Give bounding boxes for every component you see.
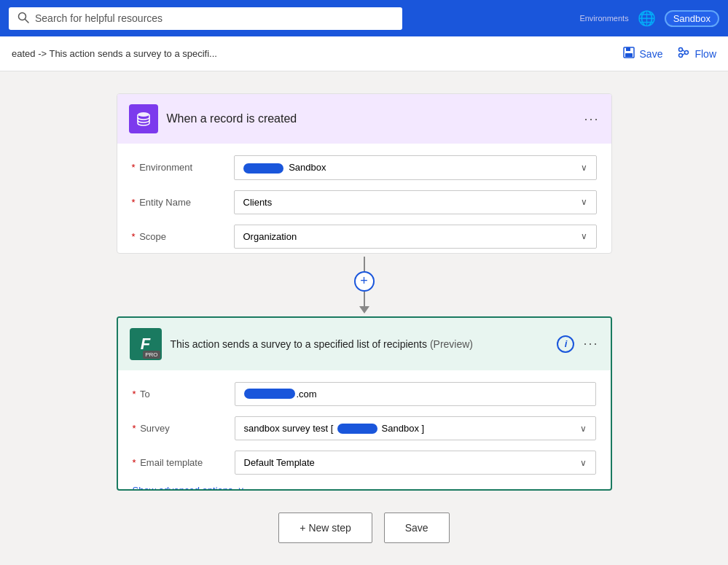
scope-value: Organization (243, 231, 297, 242)
svg-point-6 (685, 50, 689, 54)
sandbox-badge[interactable]: Sandbox (665, 10, 719, 27)
action-ellipsis-button[interactable]: ··· (583, 336, 598, 351)
survey-value: sandbox survey test [ Sandbox ] (244, 423, 425, 435)
connector-line-bottom (364, 292, 365, 306)
environment-required-star: * (132, 162, 136, 173)
email-template-value: Default Template (244, 457, 315, 468)
action-body: * To .com * Survey sandbox survey test [ (118, 370, 611, 491)
svg-rect-4 (625, 53, 633, 57)
environment-select[interactable]: Sandbox ∨ (234, 155, 597, 180)
survey-label: * Survey (133, 423, 235, 434)
action-card: F PRO This action sends a survey to a sp… (117, 316, 612, 491)
email-template-select[interactable]: Default Template ∨ (235, 451, 596, 475)
show-advanced-button[interactable]: Show advanced options ∨ (133, 485, 245, 491)
connector-arrow-icon (359, 306, 369, 313)
advanced-chevron-icon: ∨ (238, 485, 245, 491)
entity-value: Clients (243, 197, 273, 208)
trigger-ellipsis-icon: ··· (584, 112, 599, 126)
trigger-header-left: When a record is created (129, 104, 297, 133)
environment-label: * Environment (132, 162, 234, 173)
action-bar-right: Save Flow (622, 46, 716, 62)
environment-field-row: * Environment Sandbox ∨ (132, 155, 597, 180)
new-step-button[interactable]: + New step (278, 513, 372, 543)
save-button[interactable]: Save (622, 46, 663, 62)
svg-line-1 (26, 19, 29, 23)
entity-label: * Entity Name (132, 197, 234, 208)
entity-name-field-row: * Entity Name Clients ∨ (132, 190, 597, 214)
action-title: This action sends a survey to a specifie… (171, 338, 474, 350)
search-icon (17, 12, 29, 26)
to-field-row: * To .com (133, 382, 596, 406)
to-label: * To (133, 389, 235, 400)
survey-chevron-icon: ∨ (580, 424, 587, 434)
email-template-field-row: * Email template Default Template ∨ (133, 451, 596, 475)
action-bar: eated -> This action sends a survey to a… (0, 36, 728, 71)
environment-chevron-icon: ∨ (581, 163, 587, 173)
trigger-header: When a record is created ··· (117, 94, 611, 144)
pro-badge: PRO (143, 351, 160, 359)
add-step-button[interactable]: + (354, 271, 375, 292)
scope-label: * Scope (132, 231, 234, 242)
svg-rect-3 (626, 47, 630, 51)
breadcrumb: eated -> This action sends a survey to a… (12, 48, 217, 59)
entity-select[interactable]: Clients ∨ (234, 190, 597, 214)
scope-required-star: * (132, 231, 136, 242)
environment-block: Environments (579, 14, 628, 23)
action-title-preview: (Preview) (430, 338, 473, 350)
show-advanced-label: Show advanced options (133, 485, 233, 491)
survey-required-star: * (133, 423, 136, 434)
trigger-body: * Environment Sandbox ∨ * Entity Name (117, 144, 611, 254)
top-right-area: Environments 🌐 Sandbox (579, 9, 719, 27)
to-required-star: * (133, 389, 136, 400)
connector-line-top (364, 257, 365, 271)
main-content: When a record is created ··· * Environme… (0, 71, 728, 565)
action-header-right: i ··· (557, 335, 598, 353)
bottom-buttons: + New step Save (278, 513, 449, 543)
trigger-title: When a record is created (167, 112, 297, 125)
action-header: F PRO This action sends a survey to a sp… (118, 318, 611, 370)
action-ellipsis-icon: ··· (583, 336, 598, 351)
connector: + (354, 257, 375, 313)
search-box[interactable]: Search for helpful resources (9, 7, 402, 30)
trigger-ellipsis-button[interactable]: ··· (584, 112, 599, 127)
environments-label: Environments (579, 14, 628, 23)
environment-value: Sandbox (243, 162, 326, 174)
save-bottom-button[interactable]: Save (384, 513, 450, 543)
globe-icon: 🌐 (638, 9, 656, 27)
svg-point-7 (679, 53, 683, 57)
svg-point-10 (138, 112, 149, 117)
action-header-left: F PRO This action sends a survey to a sp… (130, 328, 474, 360)
trigger-card: When a record is created ··· * Environme… (117, 93, 612, 254)
flow-button[interactable]: Flow (677, 46, 716, 62)
flow-icon (677, 46, 690, 62)
scope-field-row: * Scope Organization ∨ (132, 225, 597, 249)
to-value: .com (297, 389, 317, 400)
to-input[interactable]: .com (235, 382, 596, 406)
info-button[interactable]: i (557, 335, 574, 353)
search-placeholder: Search for helpful resources (35, 12, 163, 24)
survey-select[interactable]: sandbox survey test [ Sandbox ] ∨ (235, 416, 596, 441)
scope-select[interactable]: Organization ∨ (234, 225, 597, 249)
entity-chevron-icon: ∨ (581, 197, 587, 207)
action-icon: F PRO (130, 328, 162, 360)
trigger-icon (129, 104, 158, 133)
svg-point-5 (679, 47, 683, 51)
scope-chevron-icon: ∨ (581, 231, 587, 241)
save-icon (622, 46, 635, 62)
save-label: Save (640, 48, 663, 60)
action-title-text: This action sends a survey to a specifie… (171, 338, 428, 350)
email-template-chevron-icon: ∨ (580, 458, 587, 468)
entity-required-star: * (132, 197, 136, 208)
flow-label: Flow (694, 48, 716, 60)
top-bar: Search for helpful resources Environment… (0, 0, 728, 36)
email-template-required-star: * (133, 457, 136, 468)
plus-icon: + (360, 273, 368, 289)
survey-field-row: * Survey sandbox survey test [ Sandbox ]… (133, 416, 596, 441)
email-template-label: * Email template (133, 457, 235, 468)
